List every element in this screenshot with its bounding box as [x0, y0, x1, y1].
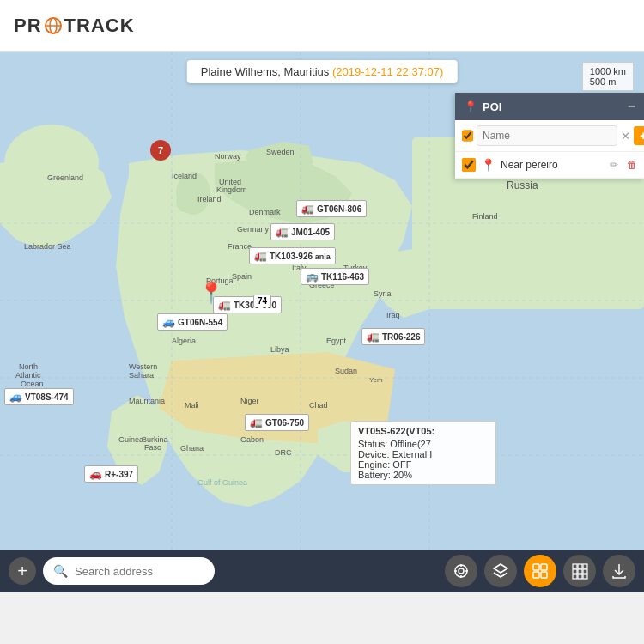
svg-rect-81: [573, 569, 577, 574]
vehicle-id: GT06N-554: [178, 318, 222, 327]
svg-text:Mali: Mali: [185, 401, 199, 410]
scale-km: 1000 km: [590, 66, 626, 76]
logo-text-pr: PR: [14, 15, 42, 37]
svg-text:Ghana: Ghana: [180, 444, 204, 453]
vehicle-icon: 🚛: [250, 416, 263, 428]
poi-item-name: Near pereiro: [501, 159, 605, 171]
svg-text:Labrador Sea: Labrador Sea: [24, 242, 71, 251]
svg-point-68: [455, 565, 467, 577]
svg-text:Sahara: Sahara: [129, 371, 154, 380]
cluster-iceland[interactable]: 7: [150, 140, 171, 161]
svg-text:Gulf of Guinea: Gulf of Guinea: [197, 478, 247, 487]
vehicle-status-tooltip: VT05S-622(VT05: Status: Offline(27 Devic…: [350, 421, 496, 485]
poi-item-pin-icon: 📍: [481, 158, 495, 172]
poi-add-btn[interactable]: +: [634, 126, 644, 145]
search-address-input[interactable]: [75, 565, 204, 578]
svg-text:Syria: Syria: [374, 289, 392, 298]
poi-panel: 📍 POI − ✕ + 📍 Near pereiro ✏ 🗑: [455, 93, 644, 179]
location-text: Plaine Wilhems, Mauritius: [201, 65, 330, 78]
extra-vehicle-74[interactable]: 74: [253, 294, 271, 307]
grid-btn[interactable]: [563, 555, 596, 587]
vehicle-icon: 🚗: [89, 468, 102, 480]
vehicle-id: GT06-750: [265, 418, 304, 428]
poi-clear-btn[interactable]: ✕: [621, 130, 630, 143]
vehicle-TR06-226[interactable]: 🚛 TR06-226: [361, 328, 425, 345]
vehicle-id: TR06-226: [382, 332, 420, 342]
svg-text:Denmark: Denmark: [249, 208, 281, 216]
svg-text:Mauritania: Mauritania: [129, 397, 165, 405]
poi-item-delete-btn[interactable]: 🗑: [627, 159, 637, 171]
poi-item-edit-btn[interactable]: ✏: [610, 159, 618, 171]
svg-rect-77: [541, 572, 547, 578]
svg-text:Norway: Norway: [215, 152, 241, 161]
logo-satellite-icon: [44, 16, 63, 35]
layers-btn[interactable]: [484, 555, 517, 587]
poi-item-checkbox[interactable]: [462, 158, 476, 172]
active-btn[interactable]: [524, 555, 556, 587]
status-line: Status: Offline(27: [358, 439, 489, 449]
svg-rect-83: [583, 569, 587, 574]
map-pin: 📍: [198, 281, 224, 305]
map-container[interactable]: Gulf of Guinea Greenland Labrador Sea No…: [0, 52, 644, 592]
vehicle-id: VT08S-474: [25, 392, 69, 402]
engine-line: Engine: OFF: [358, 459, 489, 470]
svg-text:North: North: [19, 362, 38, 371]
svg-rect-74: [533, 564, 539, 570]
svg-text:Ocean: Ocean: [21, 380, 44, 388]
location-btn[interactable]: [445, 555, 477, 587]
svg-text:Guinea: Guinea: [118, 435, 143, 444]
vehicle-icon: 🚙: [162, 316, 175, 328]
vehicle-id: TK116-463: [321, 272, 364, 282]
svg-text:Chad: Chad: [309, 401, 328, 410]
app-header: PR TRACK: [0, 0, 644, 52]
svg-text:Ireland: Ireland: [197, 195, 222, 204]
vehicle-icon: 🚙: [9, 391, 22, 403]
location-bar: Plaine Wilhems, Mauritius (2019-12-11 22…: [187, 60, 458, 83]
active-icon: [532, 562, 549, 580]
grid-icon: [571, 562, 588, 580]
poi-search-input[interactable]: [477, 125, 617, 146]
vehicle-TK103-926[interactable]: 🚛 TK103-926 ania: [249, 247, 336, 264]
svg-rect-82: [578, 569, 582, 574]
svg-text:Sweden: Sweden: [266, 148, 295, 156]
svg-point-9: [176, 191, 193, 212]
svg-rect-80: [583, 564, 587, 568]
svg-text:Russia: Russia: [507, 179, 538, 191]
vehicle-JM01-405[interactable]: 🚛 JM01-405: [270, 223, 335, 240]
search-bar-container: 🔍: [43, 557, 215, 585]
svg-text:Sudan: Sudan: [335, 367, 357, 375]
vehicle-TK116-463[interactable]: 🚌 TK116-463: [301, 268, 369, 285]
svg-text:Libya: Libya: [270, 345, 289, 354]
svg-rect-85: [578, 574, 582, 579]
vehicle-id: GT06N-806: [317, 204, 361, 214]
poi-search-row: ✕ +: [455, 120, 644, 152]
vehicle-GT06N-806[interactable]: 🚛 GT06N-806: [296, 200, 367, 217]
logo-text-track: TRACK: [64, 15, 135, 37]
svg-text:Germany: Germany: [237, 225, 270, 234]
poi-location-icon: 📍: [464, 100, 477, 113]
add-point-button[interactable]: +: [9, 557, 36, 585]
svg-text:DRC: DRC: [275, 448, 292, 457]
location-datetime: (2019-12-11 22:37:07): [332, 65, 443, 78]
vehicle-VT08S-474[interactable]: 🚙 VT08S-474: [4, 388, 74, 405]
status-vehicle-id: VT05S-622(VT05:: [358, 426, 489, 436]
svg-text:Gabon: Gabon: [240, 435, 264, 444]
layers-icon: [492, 562, 509, 580]
svg-text:Finland: Finland: [472, 212, 498, 221]
svg-text:Niger: Niger: [240, 397, 259, 405]
location-icon: [453, 562, 470, 580]
svg-rect-86: [583, 574, 587, 579]
download-icon: [611, 562, 628, 580]
vehicle-R-397[interactable]: 🚗 R+-397: [84, 465, 138, 483]
vehicle-GT06-750[interactable]: 🚛 GT06-750: [245, 414, 309, 431]
svg-text:Algeria: Algeria: [172, 337, 196, 345]
vehicle-icon: 🚛: [276, 226, 289, 238]
poi-search-checkbox[interactable]: [462, 129, 473, 143]
scale-mi: 500 mi: [590, 76, 626, 87]
device-line: Device: External I: [358, 449, 489, 459]
vehicle-icon: 🚛: [254, 250, 267, 262]
svg-point-67: [459, 568, 464, 574]
poi-minimize-btn[interactable]: −: [628, 99, 635, 114]
vehicle-GT06N-554[interactable]: 🚙 GT06N-554: [157, 313, 228, 331]
download-btn[interactable]: [603, 555, 635, 587]
